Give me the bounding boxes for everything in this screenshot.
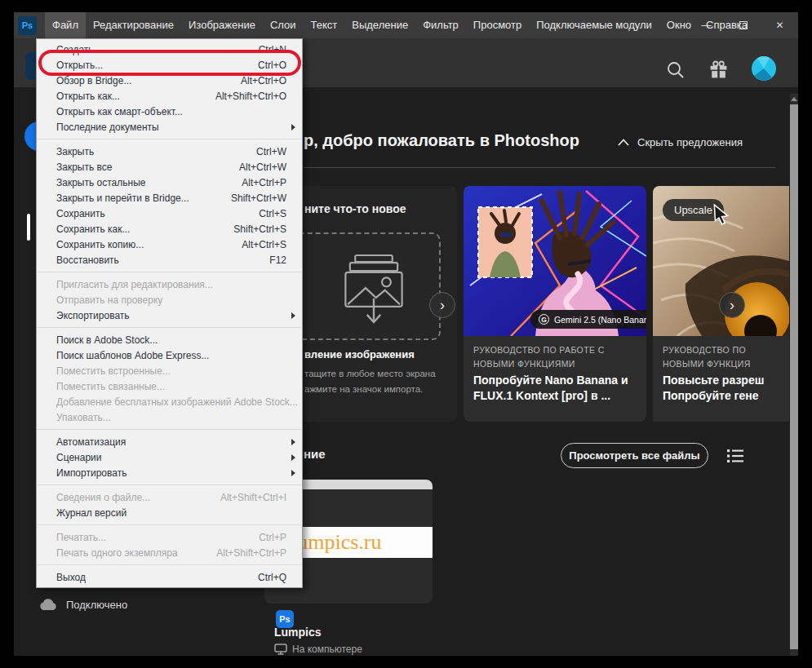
file-menu-dropdown: Создать...Ctrl+N Открыть...Ctrl+O Обзор …	[36, 38, 303, 588]
nano-title-2: FLUX.1 Kontext [pro] в ...	[473, 389, 610, 402]
menu-item-place-linked: Поместить связанные...	[37, 378, 302, 394]
menu-separator	[38, 327, 301, 328]
menu-item-close-others[interactable]: Закрыть остальныеAlt+Ctrl+P	[37, 175, 302, 190]
menu-item-open[interactable]: Открыть...Ctrl+O	[37, 57, 302, 73]
menu-item-import[interactable]: Импортировать	[37, 465, 302, 480]
menu-item-revert[interactable]: ВосстановитьF12	[37, 252, 302, 268]
scrollbar-thumb[interactable]	[790, 104, 798, 649]
search-icon[interactable]	[665, 60, 686, 81]
menu-item-exit[interactable]: ВыходCtrl+Q	[37, 569, 302, 585]
minimize-button[interactable]: —	[688, 12, 725, 38]
submenu-arrow-icon	[291, 124, 295, 131]
menubar-item-image[interactable]: Изображение	[181, 12, 263, 38]
nano-title-1: Попробуйте Nano Banana и	[473, 374, 628, 387]
welcome-heading: р, добро пожаловать в Photoshop	[304, 131, 579, 150]
menu-item-open-as-smart-object[interactable]: Открыть как смарт-объект...	[37, 104, 302, 119]
gift-icon[interactable]	[708, 60, 729, 80]
menubar-item-type[interactable]: Текст	[304, 12, 345, 38]
user-avatar[interactable]	[752, 56, 776, 81]
scrollbar-up-arrow[interactable]	[791, 97, 797, 101]
menubar-item-filter[interactable]: Фильтр	[415, 12, 466, 38]
menu-item-print: Печатать...Ctrl+P	[37, 529, 302, 545]
recent-section-title: ние	[304, 447, 326, 461]
cloud-icon	[38, 598, 58, 611]
cursor-arrow-icon	[712, 204, 731, 225]
carousel-next-button-2[interactable]: ›	[719, 292, 745, 318]
menu-separator	[38, 429, 301, 430]
import-image-icon	[340, 251, 407, 326]
menu-item-open-as[interactable]: Открыть как...Alt+Shift+Ctrl+O	[37, 88, 302, 104]
menu-item-save-as[interactable]: Сохранить как...Shift+Ctrl+S	[37, 221, 302, 237]
nano-eyebrow-2: НОВЫМИ ФУНКЦИЯМИ	[473, 359, 575, 369]
menu-item-close[interactable]: ЗакрытьCtrl+W	[37, 144, 302, 159]
upscale-title-1: Повысьте разреш	[663, 374, 764, 387]
maximize-icon	[739, 21, 748, 29]
screenshot-frame: Ps Файл Редактирование Изображение Слои …	[0, 0, 812, 668]
menubar-item-plugins[interactable]: Подключаемые модули	[529, 12, 659, 38]
close-button[interactable]: ✕	[761, 12, 798, 38]
menu-item-export[interactable]: Экспортировать	[37, 307, 302, 323]
menu-item-close-and-go-to-bridge[interactable]: Закрыть и перейти в Bridge...Shift+Ctrl+…	[37, 190, 302, 206]
menubar-item-layers[interactable]: Слои	[263, 12, 304, 38]
menu-item-recent-documents[interactable]: Последние документы	[37, 119, 302, 135]
hidden-create-button-fragment	[25, 52, 36, 80]
menu-item-save-a-copy[interactable]: Сохранить копию...Alt+Ctrl+S	[37, 237, 302, 252]
photoshop-app-icon: Ps	[18, 16, 37, 35]
computer-icon	[274, 644, 287, 655]
menu-item-free-stock-images: Добавление бесплатных изображений Adobe …	[37, 394, 302, 409]
maximize-button[interactable]	[725, 12, 761, 38]
recent-file-location-label: На компьютере	[292, 644, 362, 655]
menu-item-search-adobe-stock[interactable]: Поиск в Adobe Stock...	[37, 332, 302, 347]
gemini-g-icon: G	[539, 314, 549, 325]
connection-status[interactable]: Подключено	[38, 598, 127, 611]
list-view-icon[interactable]	[727, 449, 743, 463]
menubar-item-select[interactable]: Выделение	[344, 12, 415, 38]
card-start-new-title: ните что-то новое	[304, 202, 406, 215]
submenu-arrow-icon	[291, 439, 295, 445]
menubar-item-file[interactable]: Файл	[45, 12, 86, 38]
gemini-badge: G Gemini 2.5 (Nano Banana)	[530, 310, 646, 329]
menu-item-invite-to-edit: Пригласить для редактирования...	[37, 276, 302, 292]
upscale-eyebrow-2: НОВЫМИ ФУНКЦИЯ	[663, 359, 751, 369]
recent-file-name[interactable]: Lumpics	[274, 626, 322, 639]
carousel-next-button[interactable]: ›	[429, 292, 455, 318]
card-nano-banana-caption: РУКОВОДСТВО ПО РАБОТЕ С НОВЫМИ ФУНКЦИЯМИ…	[464, 336, 646, 422]
nano-eyebrow-1: РУКОВОДСТВО ПО РАБОТЕ С	[473, 345, 605, 355]
hero-divider	[304, 167, 775, 168]
menubar-item-view[interactable]: Просмотр	[466, 12, 529, 38]
menu-item-print-one-copy: Печать одного экземпляраAlt+Shift+Ctrl+P	[37, 545, 302, 560]
menu-item-save[interactable]: СохранитьCtrl+S	[37, 206, 302, 221]
menu-item-close-all[interactable]: Закрыть всеAlt+Ctrl+W	[37, 159, 302, 175]
menu-separator	[38, 564, 301, 565]
menu-separator	[38, 272, 301, 272]
menu-item-version-history[interactable]: Журнал версий	[37, 505, 302, 520]
menu-separator	[38, 524, 301, 525]
upscale-title-2: Попробуйте гене	[663, 389, 758, 402]
connection-status-label: Подключено	[66, 599, 127, 611]
card-nano-banana[interactable]: G Gemini 2.5 (Nano Banana)	[464, 186, 646, 336]
view-all-files-button[interactable]: Просмотреть все файлы	[561, 443, 708, 468]
menu-item-file-info: Сведения о файле...Alt+Shift+Ctrl+I	[37, 489, 302, 505]
menu-item-send-for-review: Отправить на проверку	[37, 292, 302, 307]
card-upscale-caption: РУКОВОДСТВО ПО НОВЫМИ ФУНКЦИЯ Повысьте р…	[653, 336, 789, 422]
chevron-up-icon	[618, 139, 629, 146]
menu-item-browse-in-bridge[interactable]: Обзор в Bridge...Alt+Ctrl+O	[37, 73, 302, 88]
photoshop-window: Ps Файл Редактирование Изображение Слои …	[14, 12, 798, 656]
menu-item-scripts[interactable]: Сценарии	[37, 449, 302, 465]
menu-item-search-adobe-express[interactable]: Поиск шаблонов Adobe Express...	[37, 347, 302, 363]
menubar-item-edit[interactable]: Редактирование	[86, 12, 181, 38]
menu-item-automate[interactable]: Автоматизация	[37, 434, 302, 449]
hide-suggestions-toggle[interactable]: Скрыть предложения	[618, 136, 743, 148]
menu-separator	[38, 139, 301, 139]
titlebar: Ps Файл Редактирование Изображение Слои …	[14, 12, 798, 38]
menu-item-new[interactable]: Создать...Ctrl+N	[37, 42, 302, 57]
lumpics-logo-text: lumpics.ru	[291, 530, 382, 555]
submenu-arrow-icon	[291, 312, 295, 319]
card-upscale[interactable]: Upscale	[653, 186, 789, 336]
card-start-new-line2: ажмите на значок импорта.	[304, 384, 423, 394]
hide-suggestions-label: Скрыть предложения	[637, 136, 743, 148]
menu-item-place-embedded: Поместить встроенные...	[37, 363, 302, 378]
submenu-arrow-icon	[291, 454, 295, 461]
recent-file-location: На компьютере	[274, 644, 362, 655]
gemini-badge-label: Gemini 2.5 (Nano Banana)	[554, 315, 646, 325]
